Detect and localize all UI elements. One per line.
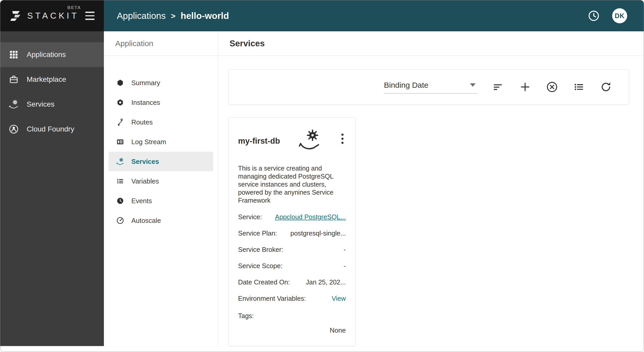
service-hand-gear-icon	[116, 157, 125, 166]
breadcrumb-section[interactable]: Applications	[117, 11, 166, 21]
field-row-service-broker: Service Broker: -	[238, 246, 346, 253]
user-avatar[interactable]: DK	[612, 8, 627, 23]
hexagon-dot-icon	[116, 99, 125, 106]
service-description: This is a service creating and managing …	[238, 164, 346, 204]
chevron-right-icon: >	[171, 12, 176, 20]
subnav-item-variables[interactable]: Variables	[109, 171, 213, 191]
application-subnav: Application Summary	[104, 31, 218, 346]
sort-by-select[interactable]: Binding Date	[384, 81, 477, 93]
cloud-foundry-icon	[9, 124, 19, 134]
field-label: Service:	[238, 213, 262, 221]
sidebar-item-label: Services	[27, 100, 54, 108]
body-row: Applications Marketplace	[0, 31, 644, 352]
brand-name: STACKIT	[27, 11, 79, 21]
sidebar-item-cloud-foundry[interactable]: Cloud Foundry	[0, 117, 104, 142]
sidebar-item-label: Marketplace	[27, 75, 66, 84]
subnav-item-label: Routes	[131, 118, 153, 126]
subnav-item-log-stream[interactable]: Log Stream	[109, 132, 213, 152]
services-toolbar: Binding Date	[228, 69, 629, 105]
plus-icon[interactable]	[519, 81, 531, 93]
field-value: Jan 25, 202...	[306, 278, 346, 286]
sidebar-item-marketplace[interactable]: Marketplace	[0, 67, 104, 92]
field-label: Service Plan:	[238, 230, 277, 237]
main-panel: Services Binding Date	[218, 31, 644, 346]
title-bar: Applications > hello-world DK	[104, 0, 644, 31]
hamburger-icon[interactable]	[85, 12, 95, 20]
primary-sidebar: Applications Marketplace	[0, 31, 104, 346]
field-row-tags: Tags: None	[238, 312, 346, 334]
sort-by-selected-value: Binding Date	[384, 81, 428, 90]
subnav-item-instances[interactable]: Instances	[109, 93, 213, 112]
tags-value: None	[238, 326, 346, 334]
subnav-item-label: Services	[131, 158, 159, 166]
field-label: Environment Variables:	[238, 295, 306, 302]
field-value: postgresql-single...	[290, 230, 346, 237]
sort-lines-icon[interactable]	[492, 81, 504, 93]
field-label: Service Broker:	[238, 246, 283, 253]
subnav-item-services[interactable]: Services	[109, 152, 213, 171]
sidebar-item-label: Cloud Foundry	[27, 125, 74, 133]
beta-badge: BETA	[67, 5, 81, 10]
field-value: -	[344, 262, 346, 270]
subnav-item-label: Autoscale	[131, 217, 161, 225]
view-env-variables-link[interactable]: View	[332, 295, 346, 302]
gauge-icon	[116, 217, 125, 224]
subnav-item-label: Instances	[131, 99, 160, 107]
sidebar-item-applications[interactable]: Applications	[0, 42, 104, 67]
circle-x-icon[interactable]	[546, 81, 558, 93]
field-row-service: Service: Appcloud PostgreSQL...	[238, 213, 346, 221]
hexagon-icon	[116, 79, 125, 87]
subnav-item-label: Summary	[131, 79, 160, 87]
logo-block: STACKIT BETA	[0, 0, 104, 31]
stackit-logo-glyph-icon	[10, 9, 23, 23]
page-title: Services	[218, 31, 644, 56]
top-bar: STACKIT BETA Applications > hello-world	[0, 0, 644, 31]
field-label: Date Created On:	[238, 278, 290, 286]
clock-icon	[116, 197, 125, 205]
list-bullets-icon	[116, 177, 125, 185]
breadcrumb: Applications > hello-world	[117, 11, 229, 21]
kebab-menu-icon[interactable]	[339, 132, 346, 146]
subnav-item-label: Events	[131, 197, 152, 205]
refresh-icon[interactable]	[600, 81, 612, 93]
route-icon	[116, 118, 125, 126]
subnav-title: Application	[104, 31, 218, 56]
subnav-item-label: Variables	[131, 177, 159, 185]
sidebar-item-services[interactable]: Services	[0, 92, 104, 117]
service-card-title: my-first-db	[238, 136, 280, 146]
subnav-item-routes[interactable]: Routes	[109, 112, 213, 132]
service-hand-gear-icon	[9, 99, 19, 109]
field-row-service-plan: Service Plan: postgresql-single...	[238, 230, 346, 237]
field-label: Service Scope:	[238, 262, 283, 270]
marketplace-icon	[9, 75, 19, 84]
field-row-service-scope: Service Scope: -	[238, 262, 346, 270]
field-row-environment-variables: Environment Variables: View	[238, 295, 346, 302]
sidebar-item-label: Applications	[27, 50, 66, 59]
subnav-item-summary[interactable]: Summary	[109, 73, 213, 93]
field-label: Tags:	[238, 312, 346, 320]
app-window: STACKIT BETA Applications > hello-world	[0, 0, 644, 352]
list-view-icon[interactable]	[573, 81, 585, 93]
field-row-date-created: Date Created On: Jan 25, 202...	[238, 278, 346, 286]
service-hand-gear-icon	[298, 128, 321, 152]
breadcrumb-current: hello-world	[181, 11, 229, 21]
history-clock-icon[interactable]	[588, 10, 600, 22]
service-offering-link[interactable]: Appcloud PostgreSQL...	[275, 213, 346, 221]
subnav-item-label: Log Stream	[131, 138, 166, 146]
service-card-my-first-db[interactable]: my-first-db	[228, 118, 355, 346]
chevron-down-icon	[470, 83, 476, 87]
log-card-icon	[116, 138, 125, 146]
field-value: -	[344, 246, 346, 253]
subnav-item-events[interactable]: Events	[109, 191, 213, 211]
brand-logo[interactable]: STACKIT BETA	[10, 9, 79, 23]
subnav-item-autoscale[interactable]: Autoscale	[109, 211, 213, 230]
apps-grid-icon	[9, 50, 19, 59]
